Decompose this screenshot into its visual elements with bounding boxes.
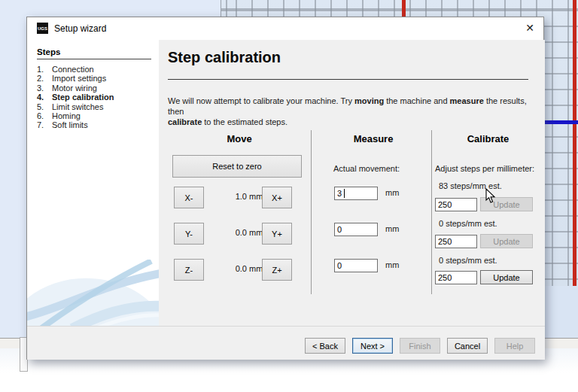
next-button[interactable]: Next > <box>352 338 393 354</box>
sidebar-item-import-settings: 2.Import settings <box>37 74 114 83</box>
ugs-logo-icon: UGS <box>37 23 48 34</box>
update-y-button[interactable]: Update <box>480 234 533 248</box>
measure-unit-x: mm <box>385 188 399 197</box>
steps-sidebar: Steps 1.Connection 2.Import settings 3.M… <box>27 40 159 326</box>
wizard-decoration-swoosh <box>27 260 159 326</box>
sidebar-item-limit-switches: 5.Limit switches <box>37 102 114 111</box>
move-column-header: Move <box>168 133 311 144</box>
adjust-steps-label: Adjust steps per millimeter: <box>435 164 534 173</box>
cancel-button[interactable]: Cancel <box>447 338 488 354</box>
sidebar-item-step-calibration: 4.Step calibration <box>37 93 114 102</box>
finish-button[interactable]: Finish <box>400 338 440 354</box>
measure-column-header: Measure <box>317 133 430 144</box>
measure-unit-y: mm <box>385 224 399 233</box>
steps-estimate-z: 0 steps/mm est. <box>439 256 497 265</box>
calibrate-steps-input-z[interactable] <box>435 271 477 284</box>
update-z-button[interactable]: Update <box>480 270 533 284</box>
sidebar-item-homing: 6.Homing <box>37 111 114 120</box>
close-icon[interactable]: ✕ <box>525 22 534 34</box>
steps-list: 1.Connection 2.Import settings 3.Motor w… <box>37 65 114 130</box>
calibration-columns: Move Reset to zero X- 1.0 mm X+ Y- 0.0 m… <box>159 129 545 297</box>
jog-x-plus-button[interactable]: X+ <box>262 187 292 208</box>
steps-estimate-y: 0 steps/mm est. <box>439 219 497 228</box>
help-button[interactable]: Help <box>494 338 535 354</box>
jog-z-minus-button[interactable]: Z- <box>174 259 204 281</box>
steps-header-rule <box>37 59 151 59</box>
measure-input-y[interactable] <box>334 223 378 236</box>
wizard-page-content: Step calibration We will now attempt to … <box>159 40 545 326</box>
window-title: Setup wizard <box>54 23 106 34</box>
calibrate-steps-input-x[interactable] <box>435 198 477 211</box>
jog-y-minus-button[interactable]: Y- <box>174 223 204 245</box>
measure-input-x[interactable] <box>334 187 378 200</box>
measure-unit-z: mm <box>385 260 399 269</box>
sidebar-item-soft-limits: 7.Soft limits <box>37 120 114 129</box>
jog-y-plus-button[interactable]: Y+ <box>262 223 292 245</box>
calibrate-column-header: Calibrate <box>437 133 539 144</box>
page-description: We will now attempt to calibrate your ma… <box>168 96 545 127</box>
setup-wizard-dialog: UGS Setup wizard ✕ Steps 1.Connection 2.… <box>26 17 544 360</box>
column-divider <box>431 130 432 294</box>
titlebar[interactable]: UGS Setup wizard ✕ <box>27 17 543 40</box>
back-button[interactable]: < Back <box>305 338 345 354</box>
jog-x-minus-button[interactable]: X- <box>174 187 204 208</box>
actual-movement-label: Actual movement: <box>333 164 400 173</box>
page-title: Step calibration <box>168 49 281 66</box>
mouse-cursor <box>485 188 496 204</box>
reset-to-zero-button[interactable]: Reset to zero <box>172 155 302 178</box>
sidebar-item-connection: 1.Connection <box>37 65 114 74</box>
column-divider <box>311 130 312 294</box>
text-caret <box>344 189 345 198</box>
jog-z-plus-button[interactable]: Z+ <box>262 259 292 281</box>
steps-header: Steps <box>37 47 60 56</box>
grid-red-axis-line-right <box>573 0 576 286</box>
wizard-footer: < Back Next > Finish Cancel Help <box>27 326 545 360</box>
calibrate-steps-input-y[interactable] <box>435 235 477 248</box>
title-rule <box>168 79 528 80</box>
sidebar-item-motor-wiring: 3.Motor wiring <box>37 84 114 93</box>
measure-input-z[interactable] <box>334 259 378 272</box>
